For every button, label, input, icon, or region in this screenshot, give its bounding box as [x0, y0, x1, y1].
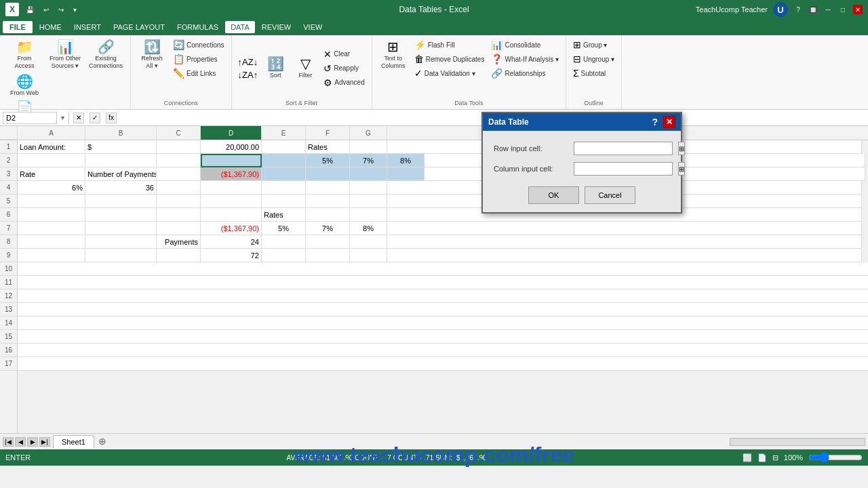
dialog-body: Row input cell: ⊞ Column input cell: ⊞ O…: [483, 131, 681, 212]
dialog-titlebar: Data Table ? ✕: [483, 113, 681, 131]
col-input-select-btn[interactable]: ⊞: [678, 162, 685, 176]
row-input-label: Row input cell:: [494, 144, 568, 152]
dialog-close-btn[interactable]: ✕: [663, 116, 675, 128]
row-input-field[interactable]: [574, 142, 673, 155]
dialog-buttons: OK Cancel: [494, 186, 670, 204]
dialog-title: Data Table: [488, 117, 529, 127]
dialog-help-btn[interactable]: ?: [652, 117, 658, 127]
dialog-titlebar-left: Data Table: [488, 117, 529, 127]
dialog-row-input: Row input cell: ⊞: [494, 142, 670, 155]
dialog-row-col-input: Column input cell: ⊞: [494, 162, 670, 176]
dialog-ok-btn[interactable]: OK: [528, 186, 579, 204]
row-input-select-btn[interactable]: ⊞: [678, 142, 685, 155]
col-input-field[interactable]: [574, 162, 673, 176]
dialog-cancel-btn[interactable]: Cancel: [585, 186, 635, 204]
col-input-label: Column input cell:: [494, 165, 568, 173]
dialog-title-buttons: ? ✕: [652, 116, 675, 128]
data-table-dialog: Data Table ? ✕ Row input cell: ⊞ Column …: [481, 112, 682, 214]
modal-overlay: Data Table ? ✕ Row input cell: ⊞ Column …: [0, 0, 868, 488]
